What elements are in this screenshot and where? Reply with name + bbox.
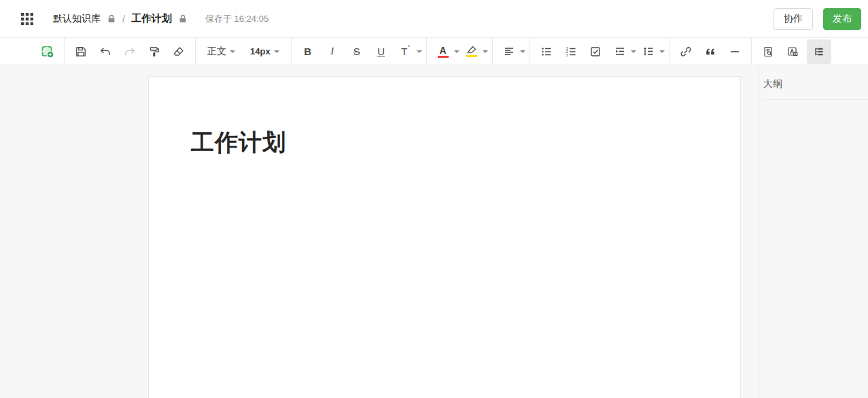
horizontal-rule-button[interactable] xyxy=(725,42,745,62)
clear-format-button[interactable] xyxy=(169,42,189,62)
chevron-down-icon xyxy=(417,50,422,53)
link-icon xyxy=(680,46,692,58)
bullet-list-icon xyxy=(540,46,553,58)
bullet-list-button[interactable] xyxy=(536,42,557,62)
toolbar-divider xyxy=(492,38,493,65)
bold-button[interactable]: B xyxy=(298,42,318,62)
save-button[interactable] xyxy=(71,42,91,62)
apps-grid-button[interactable] xyxy=(19,11,35,27)
chevron-down-icon xyxy=(520,50,525,53)
insert-button[interactable] xyxy=(37,42,58,62)
top-bar: 默认知识库 / 工作计划 保存于 16:24:05 协作 发布 xyxy=(0,0,868,38)
text-script-button[interactable]: T ° xyxy=(396,42,416,62)
superscript-icon: T ° xyxy=(401,46,410,56)
font-color-icon: A xyxy=(440,46,447,55)
find-replace-icon xyxy=(762,46,774,58)
format-painter-button[interactable] xyxy=(144,42,164,62)
breadcrumb-doc-title: 工作计划 xyxy=(131,12,172,25)
align-button[interactable] xyxy=(499,42,519,62)
apps-grid-icon xyxy=(20,12,34,26)
highlight-color-dropdown[interactable] xyxy=(459,42,488,62)
font-size-dropdown[interactable]: 14px xyxy=(245,42,285,62)
horizontal-rule-icon xyxy=(729,46,741,58)
svg-text:3: 3 xyxy=(566,52,568,56)
line-height-dropdown[interactable] xyxy=(636,42,665,62)
toolbar-divider xyxy=(291,38,292,65)
indent-icon xyxy=(614,46,626,58)
line-height-button[interactable] xyxy=(638,42,659,62)
publish-button[interactable]: 发布 xyxy=(823,8,861,30)
line-height-icon xyxy=(642,46,655,58)
main-area: 工作计划 大纲 xyxy=(0,66,868,398)
undo-icon xyxy=(99,46,111,58)
undo-button[interactable] xyxy=(95,42,116,62)
chevron-down-icon xyxy=(454,50,459,53)
indent-dropdown[interactable] xyxy=(608,42,636,62)
ordered-list-icon: 1 2 3 xyxy=(565,46,577,58)
ordered-list-button[interactable]: 1 2 3 xyxy=(561,42,581,62)
strikethrough-button[interactable]: S xyxy=(347,42,367,62)
highlighter-icon xyxy=(466,46,477,54)
topbar-actions: 协作 发布 xyxy=(774,8,861,30)
chevron-down-icon xyxy=(483,50,488,53)
outline-header: 大纲 xyxy=(759,78,868,90)
outline-toggle-button[interactable] xyxy=(807,39,831,64)
toolbar-divider xyxy=(669,38,670,65)
toolbar-divider xyxy=(530,38,530,65)
underline-icon: U xyxy=(377,46,385,57)
font-color-dropdown[interactable]: A xyxy=(431,42,459,62)
highlight-color-button[interactable] xyxy=(462,42,482,62)
save-icon xyxy=(75,46,87,58)
toolbar-divider xyxy=(751,38,752,65)
chevron-down-icon xyxy=(631,50,636,53)
text-script-dropdown[interactable]: T ° xyxy=(394,42,422,62)
task-list-button[interactable] xyxy=(585,42,606,62)
breadcrumb-separator: / xyxy=(122,14,125,24)
outline-divider xyxy=(763,99,868,100)
saved-status: 保存于 16:24:05 xyxy=(205,13,268,25)
indent-button[interactable] xyxy=(610,42,630,62)
highlight-color-indicator xyxy=(466,55,477,57)
align-left-icon xyxy=(503,46,515,58)
chevron-down-icon xyxy=(230,50,235,53)
paragraph-style-dropdown[interactable]: 正文 xyxy=(202,42,241,62)
italic-button[interactable]: I xyxy=(322,42,343,62)
align-dropdown[interactable] xyxy=(497,42,525,62)
editor-toolbar: 正文 14px B I S U T ° A xyxy=(0,38,868,65)
chevron-down-icon xyxy=(274,50,279,53)
blockquote-button[interactable] xyxy=(700,42,721,62)
link-button[interactable] xyxy=(676,42,696,62)
collaborate-button[interactable]: 协作 xyxy=(774,8,813,30)
text-attachment-icon xyxy=(786,46,799,58)
font-color-button[interactable]: A xyxy=(433,42,453,62)
document-page[interactable]: 工作计划 xyxy=(148,76,741,398)
toolbar-divider xyxy=(426,38,427,65)
toolbar-divider xyxy=(64,38,65,65)
text-attachment-button[interactable] xyxy=(782,42,803,62)
underline-button[interactable]: U xyxy=(371,42,392,62)
italic-icon: I xyxy=(330,46,334,57)
breadcrumb-knowledge-base[interactable]: 默认知识库 xyxy=(53,13,101,25)
lock-icon xyxy=(178,14,188,24)
chevron-down-icon xyxy=(659,50,665,53)
find-replace-button[interactable] xyxy=(758,42,778,62)
lock-icon xyxy=(107,14,116,24)
strikethrough-icon: S xyxy=(353,46,360,57)
breadcrumb: 默认知识库 / 工作计划 xyxy=(53,12,188,25)
format-painter-icon xyxy=(148,46,160,58)
redo-icon xyxy=(124,46,136,58)
paragraph-style-value: 正文 xyxy=(207,46,226,58)
bold-icon: B xyxy=(304,46,311,57)
insert-icon xyxy=(41,45,54,59)
font-color-indicator xyxy=(438,56,449,58)
quote-icon xyxy=(704,46,716,58)
redo-button[interactable] xyxy=(120,42,140,62)
eraser-icon xyxy=(173,46,185,58)
document-title[interactable]: 工作计划 xyxy=(191,127,740,159)
toolbar-divider xyxy=(195,38,196,65)
outline-icon xyxy=(813,46,825,58)
font-size-value: 14px xyxy=(250,46,271,56)
checkbox-icon xyxy=(589,46,602,58)
outline-panel: 大纲 xyxy=(758,66,868,398)
